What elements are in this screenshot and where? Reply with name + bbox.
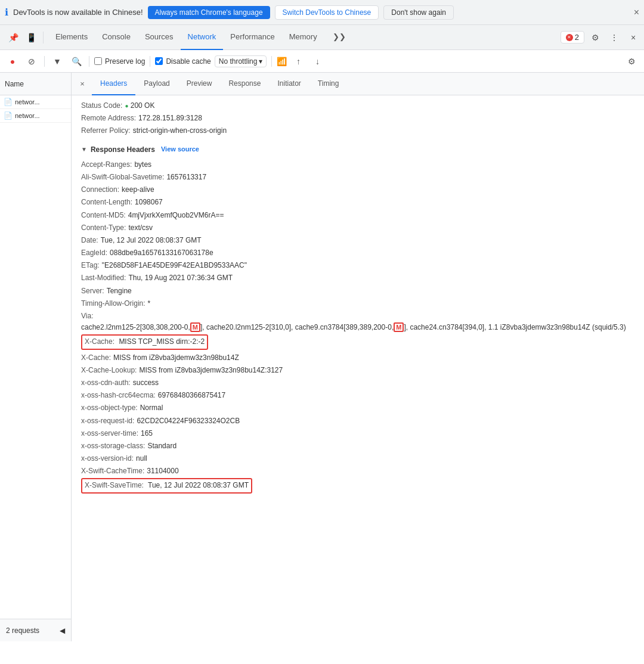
device-toolbar-icon[interactable]: 📱 [23,29,39,46]
collapse-triangle[interactable]: ▼ [81,145,87,154]
tab-bar: 📌 📱 Elements Console Sources Network Per… [0,25,644,50]
devtools-kebab-button[interactable]: ⋮ [606,29,623,46]
sub-tab-close-button[interactable]: × [76,78,88,90]
sub-tab-preview[interactable]: Preview [178,73,221,95]
header-accept-ranges: Accept-Ranges: bytes [81,159,634,170]
name-item-text-2: networ... [15,112,40,119]
throttle-select[interactable]: No throttling ▾ [215,55,267,67]
list-item[interactable]: 📄 networ... [0,95,71,109]
preserve-log-checkbox[interactable] [94,57,102,65]
network-toolbar: ● ⊘ ▼ 🔍 Preserve log Disable cache No th… [0,50,644,73]
header-date: Date: Tue, 12 Jul 2022 08:08:37 GMT [81,235,634,246]
disable-cache-text: Disable cache [166,57,210,66]
toolbar-sep-4 [271,56,272,67]
sub-tab-payload[interactable]: Payload [135,73,178,95]
request-count: 2 requests [6,626,39,635]
inspect-icon[interactable]: 📌 [5,29,21,46]
toolbar-sep-3 [150,56,150,67]
status-code-line: Status Code: ● 200 OK [81,100,634,111]
xcache-highlight-box: X-Cache: MISS TCP_MISS dirn:-2:-2 [81,334,208,349]
info-icon: ℹ [5,7,8,18]
dont-show-again-button[interactable]: Don't show again [383,5,454,20]
sub-tab-timing[interactable]: Timing [309,73,348,95]
headers-content: Status Code: ● 200 OK Remote Address: 17… [72,95,644,641]
header-oss-request-id: x-oss-request-id: 62CD2C04224F96323324O2… [81,415,634,427]
devtools-close-button[interactable]: × [625,29,642,46]
via-inline-box-2: M [394,322,404,332]
header-last-modified: Last-Modified: Thu, 19 Aug 2021 07:36:34… [81,272,634,284]
network-settings-button[interactable]: ⚙ [624,54,639,69]
error-badge[interactable]: ✕ 2 [561,31,584,44]
disable-cache-checkbox[interactable] [155,57,163,65]
header-oss-object-type: x-oss-object-type: Normal [81,402,634,414]
filter-button[interactable]: ▼ [49,54,65,69]
detail-panel: × Headers Payload Preview Response Initi… [72,73,644,641]
tab-right-actions: ✕ 2 ⚙ ⋮ × [561,29,642,46]
header-content-length: Content-Length: 1098067 [81,197,634,208]
devtools-settings-button[interactable]: ⚙ [587,29,603,46]
scroll-left-arrow[interactable]: ◀ [60,626,65,635]
sub-tab-initiator[interactable]: Initiator [269,73,309,95]
upload-button[interactable]: ↑ [290,54,306,69]
toolbar-sep-2 [89,56,89,67]
notification-text: DevTools is now available in Chinese! [13,8,143,17]
record-button[interactable]: ● [5,54,20,69]
toolbar-sep-1 [44,56,45,67]
name-column-header: Name [0,73,71,95]
tab-performance[interactable]: Performance [223,25,281,50]
preserve-log-text: Preserve log [105,57,145,66]
sub-tab-bar: × Headers Payload Preview Response Initi… [72,73,644,95]
header-ali-swift: Ali-Swift-Global-Savetime: 1657613317 [81,172,634,183]
header-oss-version-id: x-oss-version-id: null [81,453,634,464]
error-icon: ✕ [566,34,573,41]
switch-to-chinese-button[interactable]: Switch DevTools to Chinese [275,5,379,20]
header-oss-hash: x-oss-hash-crc64ecma: 69768480366875417 [81,390,634,401]
header-oss-cdn-auth: x-oss-cdn-auth: success [81,377,634,389]
sub-tab-response[interactable]: Response [220,73,269,95]
disable-cache-label[interactable]: Disable cache [155,57,210,66]
error-count: 2 [575,33,579,42]
header-xcache-lookup: X-Cache-Lookup: MISS from iZ8vba3jdemw3z… [81,365,634,376]
header-connection: Connection: keep-alive [81,184,634,196]
preserve-log-label[interactable]: Preserve log [94,57,145,66]
name-list: 📄 networ... 📄 networ... [0,95,71,619]
via-inline-box-1: M [190,322,200,332]
header-server: Server: Tengine [81,286,634,297]
name-panel: Name 📄 networ... 📄 networ... 2 requests … [0,73,72,641]
name-item-text-1: networ... [15,98,40,106]
search-button[interactable]: 🔍 [69,54,84,69]
wifi-icon: 📶 [277,57,287,66]
tab-console[interactable]: Console [95,25,138,50]
header-oss-storage-class: x-oss-storage-class: Standard [81,440,634,452]
tab-network[interactable]: Network [181,25,224,50]
document-icon-2: 📄 [4,111,13,120]
always-match-language-button[interactable]: Always match Chrome's language [148,6,270,19]
header-content-type: Content-Type: text/csv [81,222,634,234]
tab-sources[interactable]: Sources [138,25,181,50]
tab-separator-1 [43,32,44,44]
notification-close-button[interactable]: × [634,7,639,18]
view-source-link[interactable]: View source [161,144,199,155]
status-code-val: ● 200 OK [125,100,154,111]
main-layout: Name 📄 networ... 📄 networ... 2 requests … [0,73,644,641]
referrer-policy-key: Referrer Policy: [81,125,131,136]
document-icon-1: 📄 [4,98,13,106]
response-headers-section: ▼ Response Headers View source [81,144,634,156]
header-eagleid: EagleId: 088dbe9a16576133167063178e [81,247,634,259]
tab-icons: 📌 📱 [2,29,48,46]
header-via: Via: cache2.l2nm125-2[308,308,200-0,M], … [81,311,634,333]
status-code-key: Status Code: [81,100,122,111]
header-content-md5: Content-MD5: 4mjVjxrkXemfQuob2VM6rA== [81,210,634,221]
list-item[interactable]: 📄 networ... [0,109,71,123]
tab-elements[interactable]: Elements [48,25,95,50]
header-oss-server-time: x-oss-server-time: 165 [81,428,634,439]
header-timing-allow-origin: Timing-Allow-Origin: * [81,298,634,309]
tab-memory[interactable]: Memory [282,25,324,50]
remote-address-line: Remote Address: 172.28.151.89:3128 [81,113,634,124]
sub-tab-headers[interactable]: Headers [92,73,135,95]
download-button[interactable]: ↓ [309,54,325,69]
remote-address-key: Remote Address: [81,113,136,124]
header-swift-cachetime: X-Swift-CacheTime: 31104000 [81,466,634,477]
tab-more-button[interactable]: ❯❯ [326,25,353,50]
stop-button[interactable]: ⊘ [24,54,39,69]
